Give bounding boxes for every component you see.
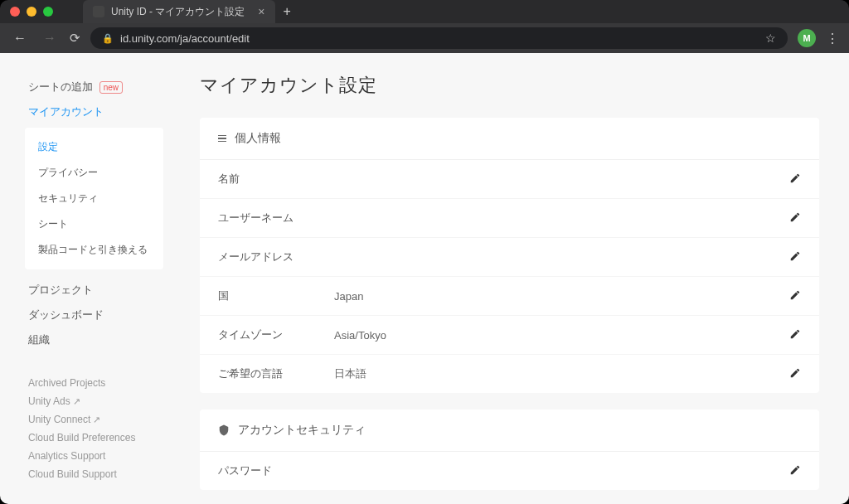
main-content: マイアカウント設定 個人情報 名前 ユーザーネーム メー [170,53,849,504]
shield-icon [218,424,230,436]
subnav-security[interactable]: セキュリティ [25,186,163,211]
url-input[interactable]: 🔒 id.unity.com/ja/account/edit ☆ [90,27,788,49]
sidebar-subnav: 設定 プライバシー セキュリティ シート 製品コードと引き換える [25,128,163,269]
subnav-privacy[interactable]: プライバシー [25,160,163,186]
pencil-icon [789,464,801,476]
bookmark-star-icon[interactable]: ☆ [765,32,776,45]
external-link-icon: ↗ [73,396,80,406]
external-link-icon: ↗ [93,414,100,424]
profile-avatar[interactable]: M [798,29,816,47]
edit-country-button[interactable] [789,289,801,303]
country-label: 国 [218,288,334,303]
window-titlebar: Unity ID - マイアカウント設定 × + [0,0,849,23]
sidebar: シートの追加 new マイアカウント 設定 プライバシー セキュリティ シート … [0,53,170,504]
link-cloud-build-prefs[interactable]: Cloud Build Preferences [28,429,163,447]
row-username: ユーザーネーム [200,199,819,238]
language-label: ご希望の言語 [218,366,334,381]
row-language: ご希望の言語 日本語 [200,355,819,393]
pencil-icon [789,172,801,184]
tab-favicon [93,6,104,17]
row-password: パスワード [200,452,819,490]
reload-button[interactable]: ⟳ [70,31,80,46]
subnav-seats[interactable]: シート [25,211,163,237]
edit-timezone-button[interactable] [789,328,801,342]
timezone-label: タイムゾーン [218,327,334,342]
window-maximize-button[interactable] [43,7,53,17]
pencil-icon [789,289,801,301]
list-icon [218,135,226,143]
link-unity-ads[interactable]: Unity Ads↗ [28,392,163,410]
edit-password-button[interactable] [789,464,801,478]
username-label: ユーザーネーム [218,211,334,225]
tab-close-button[interactable]: × [258,5,264,18]
account-security-card: アカウントセキュリティ パスワード [200,410,819,490]
sidebar-add-seat[interactable]: シートの追加 new [28,75,163,99]
row-timezone: タイムゾーン Asia/Tokyo [200,316,819,355]
edit-language-button[interactable] [789,367,801,381]
address-bar: ← → ⟳ 🔒 id.unity.com/ja/account/edit ☆ M… [0,23,849,53]
url-text: id.unity.com/ja/account/edit [120,32,250,45]
language-value: 日本語 [334,366,789,381]
nav-back-button[interactable]: ← [10,27,30,49]
account-security-header: アカウントセキュリティ [200,410,819,452]
lock-icon: 🔒 [102,33,114,44]
tab-title: Unity ID - マイアカウント設定 [111,5,245,19]
edit-username-button[interactable] [789,211,801,225]
pencil-icon [789,328,801,340]
pencil-icon [789,211,801,223]
link-cloud-build-support[interactable]: Cloud Build Support [28,465,163,483]
timezone-value: Asia/Tokyo [334,329,789,342]
personal-info-card: 個人情報 名前 ユーザーネーム メールアドレス [200,118,819,393]
pencil-icon [789,250,801,262]
edit-email-button[interactable] [789,250,801,264]
new-tab-button[interactable]: + [284,4,291,19]
edit-name-button[interactable] [789,172,801,187]
browser-tab[interactable]: Unity ID - マイアカウント設定 × [83,0,275,23]
password-label: パスワード [218,463,334,478]
subnav-settings[interactable]: 設定 [25,134,163,160]
link-analytics-support[interactable]: Analytics Support [28,447,163,465]
window-minimize-button[interactable] [27,7,36,17]
subnav-redeem[interactable]: 製品コードと引き換える [25,237,163,263]
row-country: 国 Japan [200,277,819,316]
row-name: 名前 [200,160,819,199]
link-unity-connect[interactable]: Unity Connect↗ [28,410,163,429]
personal-info-header: 個人情報 [200,118,819,160]
pencil-icon [789,367,801,379]
page-title: マイアカウント設定 [200,73,819,98]
email-label: メールアドレス [218,250,334,264]
sidebar-project[interactable]: プロジェクト [28,278,163,303]
sidebar-dashboard[interactable]: ダッシュボード [28,303,163,327]
nav-forward-button[interactable]: → [40,27,60,49]
browser-menu-button[interactable]: ⋮ [826,31,839,46]
window-close-button[interactable] [10,7,20,17]
new-badge: new [99,81,123,94]
link-archived-projects[interactable]: Archived Projects [28,374,163,392]
name-label: 名前 [218,172,334,187]
row-email: メールアドレス [200,238,819,277]
sidebar-my-account[interactable]: マイアカウント [28,99,163,124]
country-value: Japan [334,290,789,303]
sidebar-organization[interactable]: 組織 [28,327,163,352]
